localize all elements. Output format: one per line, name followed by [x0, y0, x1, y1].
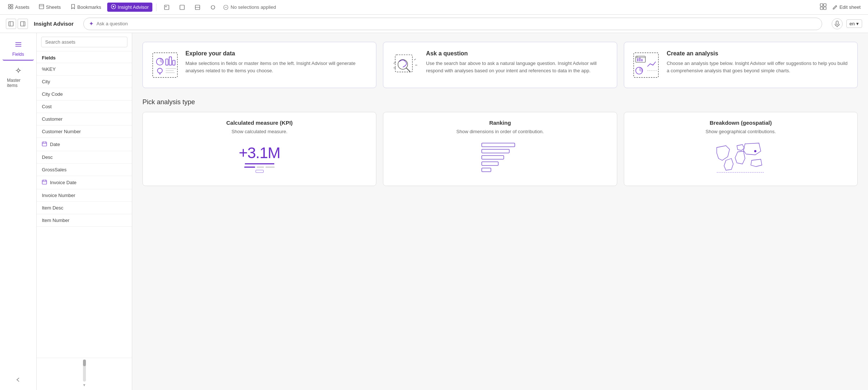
kpi-selector	[256, 170, 264, 173]
ranking-card[interactable]: Ranking Show dimensions in order of cont…	[383, 112, 617, 186]
svg-rect-18	[820, 7, 823, 10]
toolbar-title: Insight Advisor	[34, 21, 74, 27]
nav-bookmarks[interactable]: Bookmarks	[67, 3, 105, 12]
svg-rect-16	[820, 4, 823, 6]
create-card-title: Create an analysis	[667, 50, 850, 57]
kpi-dots	[244, 167, 275, 168]
svg-rect-34	[42, 142, 47, 146]
microphone-button[interactable]	[832, 18, 843, 29]
sidebar-scroll-controls: ▼	[37, 358, 132, 390]
calendar-icon	[42, 141, 47, 147]
edit-sheet-label: Edit sheet	[839, 4, 861, 10]
customer-label: Customer	[42, 116, 62, 122]
customer-number-label: Customer Number	[42, 129, 81, 134]
explore-card-title: Explore your data	[185, 50, 369, 57]
sidebar-item-customer-number[interactable]: Customer Number	[37, 125, 132, 138]
chevron-down-icon: ▾	[856, 21, 859, 26]
nav-assets[interactable]: Assets	[4, 3, 33, 12]
master-items-icon	[14, 66, 22, 76]
kpi-card[interactable]: Calculated measure (KPI) Show calculated…	[142, 112, 376, 186]
sidebar-item-city[interactable]: City	[37, 76, 132, 88]
invoice-date-label: Invoice Date	[50, 180, 76, 185]
svg-rect-61	[639, 57, 641, 61]
sidebar-item-customer[interactable]: Customer	[37, 113, 132, 125]
ask-card-body: Ask a question Use the search bar above …	[426, 50, 609, 74]
svg-rect-38	[42, 180, 47, 184]
date-label: Date	[50, 142, 60, 147]
svg-rect-2	[8, 7, 10, 9]
svg-point-7	[113, 6, 114, 7]
sidebar-item-gross-sales[interactable]: GrossSales	[37, 164, 132, 176]
selection-btn-3[interactable]	[191, 3, 204, 12]
question-search-bar[interactable]: ✦	[83, 18, 822, 30]
svg-point-13	[211, 6, 215, 9]
main-content: Explore your data Make selections in fie…	[132, 33, 868, 390]
sidebar-fields-list: %KEY City City Code Cost Customer Custom…	[37, 63, 132, 358]
ranking-visual	[478, 140, 522, 177]
svg-rect-45	[173, 60, 175, 65]
grid-view-icon[interactable]	[820, 3, 827, 11]
nav-insight-advisor[interactable]: Insight Advisor	[107, 3, 153, 12]
selection-btn-1[interactable]	[160, 3, 173, 12]
sidebar-item-item-desc[interactable]: Item Desc	[37, 202, 132, 214]
left-panel: Fields Master items	[0, 33, 37, 390]
sidebar-item-desc[interactable]: Desc	[37, 151, 132, 164]
left-panel-master-items[interactable]: Master items	[3, 63, 34, 91]
sidebar-item-date[interactable]: Date	[37, 138, 132, 151]
svg-rect-62	[641, 59, 643, 61]
toolbar: Insight Advisor ✦ en ▾	[0, 15, 868, 33]
sidebar-item-item-number[interactable]: Item Number	[37, 214, 132, 227]
master-items-label: Master items	[7, 78, 29, 88]
toggle-right-panel[interactable]	[18, 19, 28, 29]
ask-card-title: Ask a question	[426, 50, 609, 57]
geospatial-card-title: Breakdown (geospatial)	[710, 120, 772, 126]
sidebar-section-title: Fields	[37, 51, 132, 63]
sidebar-item-city-code[interactable]: City Code	[37, 88, 132, 101]
fields-icon	[14, 40, 22, 50]
create-card: Create an analysis Choose an analysis ty…	[624, 42, 858, 88]
create-card-body: Create an analysis Choose an analysis ty…	[667, 50, 850, 74]
collapse-panel-button[interactable]	[12, 374, 24, 386]
svg-rect-4	[39, 4, 44, 9]
bookmarks-icon	[70, 4, 76, 10]
nav-separator-1	[156, 4, 156, 11]
svg-rect-60	[637, 58, 639, 61]
nav-sheets[interactable]: Sheets	[35, 3, 64, 12]
svg-point-71	[754, 150, 756, 152]
scroll-down-indicator[interactable]: ▼	[81, 382, 88, 389]
sidebar-item-invoice-date[interactable]: Invoice Date	[37, 176, 132, 189]
explore-card-icon	[150, 50, 180, 80]
svg-rect-19	[824, 7, 826, 10]
toggle-left-panel[interactable]	[6, 19, 16, 29]
language-selector[interactable]: en ▾	[846, 19, 862, 28]
analysis-section-title: Pick analysis type	[142, 98, 858, 106]
search-assets-input[interactable]	[41, 37, 127, 47]
sidebar-scrollbar[interactable]	[83, 360, 86, 382]
left-panel-fields[interactable]: Fields	[3, 37, 34, 61]
no-selections-indicator: No selections applied	[223, 4, 276, 10]
svg-line-55	[406, 68, 410, 72]
question-input[interactable]	[97, 21, 817, 26]
item-number-label: Item Number	[42, 218, 69, 223]
selection-btn-2[interactable]	[176, 3, 189, 12]
svg-rect-22	[21, 22, 25, 26]
selection-btn-4[interactable]	[206, 3, 220, 12]
edit-sheet-button[interactable]: Edit sheet	[829, 3, 864, 11]
ask-card-icon	[391, 50, 420, 80]
invoice-number-label: Invoice Number	[42, 193, 75, 198]
explore-card: Explore your data Make selections in fie…	[142, 42, 376, 88]
sidebar-item-pct-key[interactable]: %KEY	[37, 63, 132, 76]
sidebar: Fields %KEY City City Code Cost Customer…	[37, 33, 132, 390]
svg-point-29	[17, 69, 19, 72]
sparkle-icon: ✦	[89, 20, 94, 27]
top-nav-right: Edit sheet	[820, 3, 864, 11]
info-cards-row: Explore your data Make selections in fie…	[142, 42, 858, 88]
kpi-card-title: Calculated measure (KPI)	[226, 120, 293, 126]
svg-point-47	[157, 68, 162, 73]
sidebar-item-cost[interactable]: Cost	[37, 101, 132, 113]
explore-card-desc: Make selections in fields or master item…	[185, 60, 369, 74]
ask-card: Ask a question Use the search bar above …	[383, 42, 617, 88]
desc-label: Desc	[42, 154, 53, 160]
sidebar-item-invoice-number[interactable]: Invoice Number	[37, 189, 132, 202]
geospatial-card[interactable]: Breakdown (geospatial) Show geographical…	[624, 112, 858, 186]
